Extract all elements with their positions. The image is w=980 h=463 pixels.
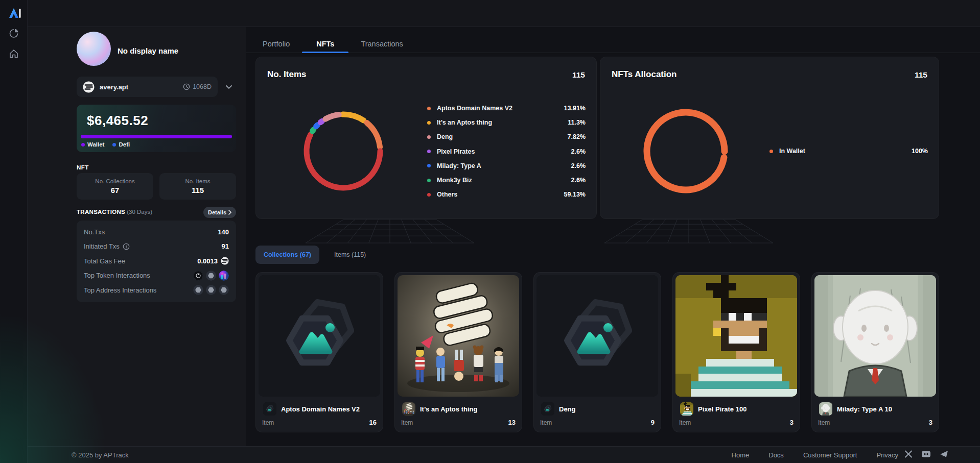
footer-link-docs[interactable]: Docs <box>768 451 784 459</box>
legend-dot <box>427 164 431 167</box>
donut-segment-aptos-domain-names-v2 <box>367 123 380 148</box>
donut-segment-monk3y-biz <box>312 130 313 131</box>
tx-row-top-token-interactions: Top Token Interactions <box>84 269 229 283</box>
tx-row-top-address-interactions: Top Address Interactions <box>84 283 229 298</box>
panel-title: NFTs Allocation <box>612 69 677 80</box>
info-icon <box>123 243 130 250</box>
legend-item-others: Others 59.13% <box>427 187 586 202</box>
portfolio-pie-nav-icon[interactable] <box>7 27 20 40</box>
token-dark-icon <box>193 271 203 281</box>
legend-dot <box>427 135 431 139</box>
tab-transactions[interactable]: Transactions <box>360 34 404 53</box>
nft-card-image <box>398 275 519 397</box>
legend-dot <box>427 179 431 182</box>
legend-dot <box>427 150 431 153</box>
legend-item-milady-type-a: Milady: Type A 2.6% <box>427 159 586 173</box>
item-label: Item <box>401 419 413 426</box>
transactions-card: No.Txs 140 Initiated Txs 91 Total Gas Fe… <box>77 221 236 302</box>
home-nav-icon[interactable] <box>7 47 20 60</box>
tx-row-initiated-txs: Initiated Txs 91 <box>84 239 229 254</box>
balance-amount: $6,465.52 <box>87 113 148 129</box>
nfts-allocation-legend: In Wallet 100% <box>769 144 928 158</box>
item-count: 13 <box>508 419 516 426</box>
no-items-donut-chart <box>300 108 386 194</box>
nft-card-it-s-an-aptos-thing[interactable]: It’s an Aptos thing Item 13 <box>394 272 522 432</box>
collection-name: It’s an Aptos thing <box>420 405 477 413</box>
pixel-pirate-art <box>680 402 693 416</box>
aptrack-logo[interactable] <box>6 5 22 21</box>
stat-card-no-collections: No. Collections 67 <box>77 173 153 200</box>
footer-link-customer-support[interactable]: Customer Support <box>803 451 857 459</box>
balance-legend-wallet: Wallet <box>81 141 104 148</box>
item-count: 16 <box>369 419 377 426</box>
stat-card-no-items: No. Items 115 <box>159 173 236 200</box>
legend-dot <box>769 150 773 153</box>
item-count: 3 <box>790 419 794 426</box>
panel-total: 115 <box>915 70 927 80</box>
legend-dot <box>427 107 431 110</box>
legend-item-deng: Deng 7.82% <box>427 130 586 144</box>
token-art-icon <box>219 271 229 281</box>
collection-name: Deng <box>559 405 576 413</box>
nft-card-pixel-pirate-100[interactable]: Pixel Pirate 100 Item 3 <box>672 272 800 432</box>
nft-card-image <box>259 275 380 397</box>
nft-card-aptos-domain-names-v2[interactable]: Aptos Domain Names V2 Item 16 <box>255 272 383 432</box>
legend-dot <box>81 143 85 147</box>
milady-art <box>819 402 832 416</box>
item-label: Item <box>818 419 830 426</box>
left-nav-rail <box>0 0 28 463</box>
tab-nfts[interactable]: NFTs <box>315 34 335 53</box>
x-icon[interactable] <box>904 450 913 458</box>
collection-name: Aptos Domain Names V2 <box>281 405 360 413</box>
panel-title: No. Items <box>267 69 307 80</box>
tab-items[interactable]: Items (115) <box>327 246 373 264</box>
nfts-allocation-donut-chart <box>640 105 732 197</box>
nft-card-image <box>536 275 658 397</box>
tx-row-total-gas-fee: Total Gas Fee 0.0013 <box>84 254 229 269</box>
footer-link-privacy[interactable]: Privacy <box>876 451 898 459</box>
aptos-thing-art <box>398 275 519 397</box>
donut-segment-deng <box>325 115 339 119</box>
nft-section-label: NFT <box>77 164 89 170</box>
no-items-legend: Aptos Domain Names V2 13.91% It’s an Apt… <box>427 101 586 202</box>
tab-portfolio[interactable]: Portfolio <box>262 34 291 53</box>
item-count: 3 <box>929 419 932 426</box>
legend-item-it-s-an-aptos-thing: It’s an Aptos thing 11.3% <box>427 115 586 130</box>
placeholder-art <box>259 275 380 397</box>
token-placeholder-icon <box>219 285 229 295</box>
balance-card: $6,465.52 Wallet Defi <box>77 105 236 152</box>
collection-thumbnail <box>680 402 693 416</box>
footer-links: HomeDocsCustomer SupportPrivacy <box>732 451 898 459</box>
nft-card-deng[interactable]: Deng Item 9 <box>533 272 661 432</box>
token-placeholder-icon <box>206 285 216 295</box>
collection-thumbnail <box>402 402 415 416</box>
donut-segment-it-s-an-aptos-thing <box>343 114 364 120</box>
chevron-right-icon <box>228 210 231 215</box>
wallet-name: avery.apt <box>100 83 183 91</box>
pixel-pirate-art <box>675 275 797 397</box>
footer: © 2025 by APTrack HomeDocsCustomer Suppo… <box>28 446 980 463</box>
nft-card-milady-type-a-10[interactable]: Milady: Type A 10 Item 3 <box>811 272 939 432</box>
discord-icon[interactable] <box>921 450 931 458</box>
wallet-chevron-down-icon[interactable] <box>226 83 232 91</box>
collection-thumbnail <box>541 402 554 416</box>
donut-segment-pixel-pirates <box>320 121 322 123</box>
legend-item-in-wallet: In Wallet 100% <box>769 144 928 158</box>
legend-dot <box>427 193 431 197</box>
balance-legend-defi: Defi <box>112 141 130 148</box>
grid-decoration <box>604 219 773 243</box>
footer-link-home[interactable]: Home <box>732 451 750 459</box>
clock-icon <box>183 83 190 90</box>
placeholder-art <box>536 275 658 397</box>
aptos-thing-art <box>402 402 415 416</box>
transactions-details-button[interactable]: Details <box>203 207 236 218</box>
profile-display-name: No display name <box>118 46 178 55</box>
collection-name: Milady: Type A 10 <box>837 405 892 413</box>
profile-avatar <box>77 32 111 66</box>
telegram-icon[interactable] <box>940 450 948 458</box>
wallet-selector[interactable]: avery.apt 1068D <box>77 77 218 97</box>
tab-collections[interactable]: Collections (67) <box>255 246 319 264</box>
nft-card-image <box>675 275 797 397</box>
tx-row-no-txs: No.Txs 140 <box>84 225 229 239</box>
x-icon <box>904 450 913 458</box>
